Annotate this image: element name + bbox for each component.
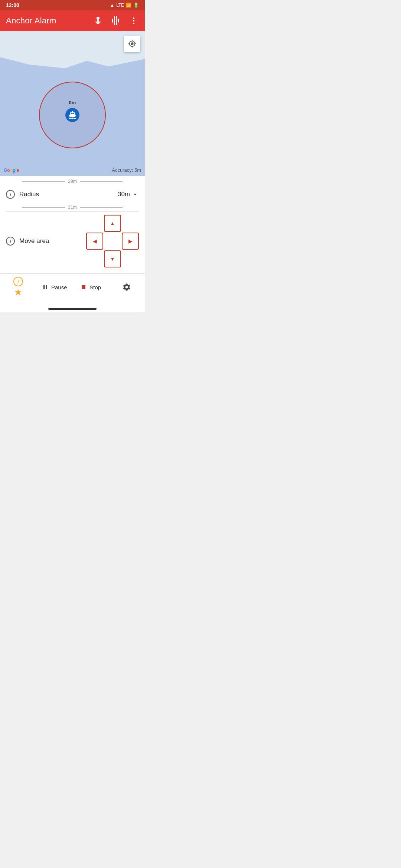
dpad-center (104, 233, 121, 250)
dpad-down-btn[interactable]: ▼ (104, 250, 121, 267)
radius-label: Radius (19, 191, 113, 198)
slider-29m-label: 29m (68, 179, 76, 184)
map-container[interactable]: 0m Google Accuracy: 5m (0, 31, 145, 176)
status-time: 12:00 (6, 2, 19, 8)
boat-marker: 0m (65, 108, 79, 122)
stop-icon (80, 283, 87, 291)
app-bar-icons (90, 13, 142, 29)
settings-icon (122, 283, 131, 292)
slider-31m-label: 31m (68, 205, 76, 210)
status-icons: ▲ LTE 📶 🔋 (110, 3, 139, 8)
signal-icon: 📶 (126, 3, 131, 8)
home-indicator (0, 305, 145, 312)
controls-panel: 29m i Radius 30m 31m i Move area ▲ (0, 176, 145, 273)
slider-29m-track-right[interactable] (80, 181, 123, 182)
pause-icon (42, 283, 49, 291)
dpad-left-btn[interactable]: ◀ (86, 233, 103, 250)
move-area-label: Move area (19, 237, 82, 245)
pause-btn[interactable]: Pause (41, 283, 67, 291)
dpad: ▲ ◀ ▶ ▼ (86, 215, 139, 267)
stop-btn[interactable]: Stop (78, 283, 104, 291)
home-bar (48, 308, 97, 310)
settings-btn[interactable] (114, 283, 140, 292)
chevron-down-icon (131, 191, 139, 198)
radius-row: i Radius 30m (0, 184, 145, 205)
accuracy-text: Accuracy: 5m (112, 167, 141, 173)
lte-icon: LTE (116, 3, 124, 8)
stop-btn-content: Stop (80, 283, 101, 291)
radius-dropdown[interactable]: 30m (118, 191, 139, 198)
dpad-down-icon: ▼ (110, 256, 115, 262)
phone-vibrate-btn[interactable] (108, 13, 124, 29)
map-land (0, 31, 145, 68)
svg-point-2 (133, 23, 134, 24)
wifi-icon: ▲ (110, 3, 114, 8)
more-options-btn[interactable] (125, 13, 142, 29)
slider-29m-line[interactable]: 29m (0, 176, 145, 184)
my-location-btn[interactable] (124, 36, 140, 52)
slider-31m-track-left[interactable] (22, 207, 65, 208)
dpad-right-icon: ▶ (128, 238, 133, 244)
phone-vibrate-icon (111, 16, 120, 25)
map-footer: Google Accuracy: 5m (0, 167, 145, 173)
svg-point-0 (133, 17, 134, 19)
svg-point-1 (133, 20, 134, 22)
more-options-icon (129, 16, 138, 25)
radius-info-icon[interactable]: i (6, 190, 15, 199)
google-logo: Google (4, 168, 19, 173)
app-title: Anchor Alarm (6, 16, 90, 26)
app-bar: Anchor Alarm (0, 10, 145, 31)
anchor-area: 0m (39, 82, 106, 148)
my-location-icon (128, 40, 136, 48)
battery-icon: 🔋 (133, 3, 139, 8)
bottom-bar: i ★ Pause Stop (0, 273, 145, 305)
move-area-info-icon[interactable]: i (6, 237, 15, 246)
move-area-row: i Move area ▲ ◀ ▶ ▼ (0, 212, 145, 273)
bottom-star-icon[interactable]: ★ (14, 287, 22, 297)
dpad-right-btn[interactable]: ▶ (122, 233, 139, 250)
slider-29m-track[interactable] (22, 181, 65, 182)
status-bar: 12:00 ▲ LTE 📶 🔋 (0, 0, 145, 10)
boat-icon (68, 111, 76, 119)
dpad-up-btn[interactable]: ▲ (104, 215, 121, 232)
radius-value: 30m (118, 191, 130, 198)
stop-label: Stop (89, 284, 101, 290)
anchor-radius-circle: 0m (39, 82, 106, 148)
anchor-icon (94, 16, 102, 25)
slider-31m-line[interactable]: 31m (0, 205, 145, 211)
bottom-info-icon[interactable]: i (13, 277, 23, 286)
pause-label: Pause (51, 284, 67, 290)
info-star-group[interactable]: i ★ (5, 277, 31, 297)
dpad-left-icon: ◀ (93, 238, 97, 244)
anchor-icon-btn[interactable] (90, 13, 106, 29)
slider-31m-track-right[interactable] (80, 207, 123, 208)
dpad-up-icon: ▲ (110, 220, 115, 226)
distance-label: 0m (69, 100, 76, 105)
pause-btn-content: Pause (42, 283, 67, 291)
